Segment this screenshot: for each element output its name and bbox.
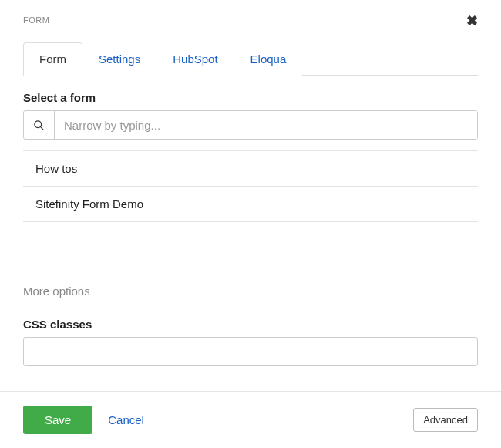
search-wrap [23,110,478,140]
more-options-label: More options [23,285,478,298]
close-icon[interactable]: ✖ [466,14,478,28]
list-item[interactable]: Sitefinity Form Demo [23,186,478,222]
svg-point-0 [35,120,42,127]
cancel-button[interactable]: Cancel [108,413,144,426]
save-button[interactable]: Save [23,406,92,434]
more-options-section: More options CSS classes [23,261,478,366]
form-list: How tos Sitefinity Form Demo [23,150,478,222]
list-item[interactable]: How tos [23,150,478,186]
search-icon [24,111,55,139]
search-input[interactable] [55,111,477,139]
tab-hubspot[interactable]: HubSpot [156,42,234,76]
advanced-button[interactable]: Advanced [413,408,478,432]
dialog-footer: Save Cancel Advanced [0,391,501,448]
tab-form[interactable]: Form [23,42,82,76]
svg-line-1 [40,126,43,130]
select-form-label: Select a form [23,91,478,104]
css-classes-label: CSS classes [23,318,478,331]
tabs: Form Settings HubSpot Eloqua [23,42,478,76]
tab-settings[interactable]: Settings [82,42,156,76]
css-classes-input[interactable] [23,337,478,366]
widget-designer-dialog: FORM ✖ Form Settings HubSpot Eloqua Sele… [0,0,501,366]
dialog-header: FORM ✖ [23,15,478,28]
dialog-title: FORM [23,15,49,25]
tab-eloqua[interactable]: Eloqua [234,42,303,76]
